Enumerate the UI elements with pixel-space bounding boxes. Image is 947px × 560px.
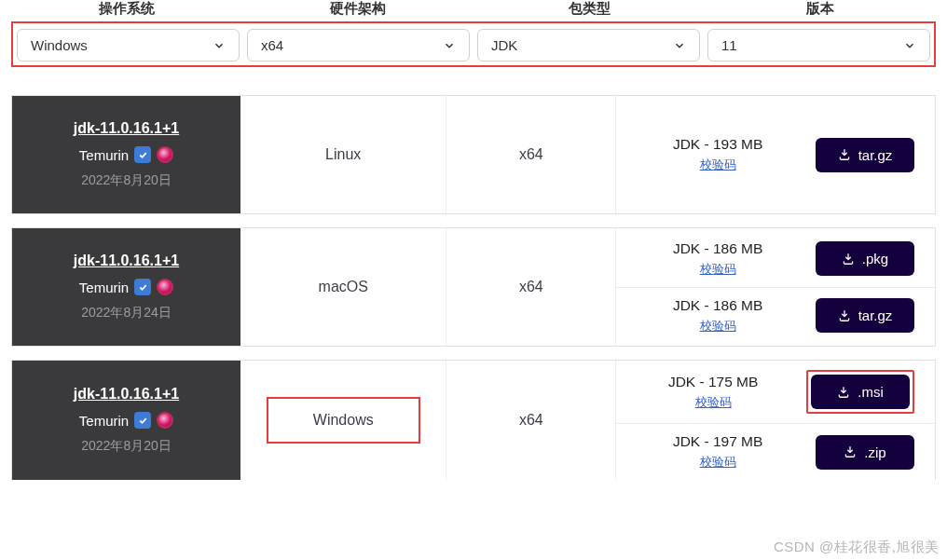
version-link[interactable]: jdk-11.0.16.1+1 (74, 253, 179, 269)
arch-select-value: x64 (261, 37, 283, 53)
checksum-link[interactable]: 校验码 (695, 394, 732, 411)
filter-label-os: 操作系统 (11, 0, 242, 21)
checksum-link[interactable]: 校验码 (700, 318, 736, 335)
release-date: 2022年8月24日 (81, 305, 172, 321)
table-row: jdk-11.0.16.1+1 Temurin 2022年8月24日 macOS… (11, 227, 936, 347)
download-icon (838, 309, 851, 322)
filter-label-pkg: 包类型 (474, 0, 705, 21)
os-cell: Windows (240, 361, 446, 480)
arch-cell: x64 (446, 96, 616, 213)
checksum-link[interactable]: 校验码 (700, 157, 736, 173)
version-select-value: 11 (721, 37, 737, 53)
verified-badge-icon (134, 412, 151, 429)
filters-highlight-box: Windows x64 JDK 11 (11, 21, 936, 67)
verified-badge-icon (134, 279, 151, 295)
vendor-name: Temurin (79, 280, 129, 295)
release-date: 2022年8月20日 (81, 172, 172, 189)
arch-cell: x64 (446, 228, 616, 346)
download-button[interactable]: tar.gz (816, 298, 914, 333)
table-row: jdk-11.0.16.1+1 Temurin 2022年8月20日 Windo… (11, 360, 936, 480)
os-select-value: Windows (31, 37, 88, 53)
downloads-cell: JDK - 193 MB 校验码 tar.gz (616, 96, 935, 213)
version-select[interactable]: 11 (707, 29, 930, 61)
download-icon (837, 386, 850, 399)
os-highlight-box: Windows (267, 397, 420, 444)
table-row: jdk-11.0.16.1+1 Temurin 2022年8月20日 Linux… (11, 95, 936, 214)
arch-cell: x64 (446, 361, 616, 480)
size-label: JDK - 197 MB (673, 433, 762, 450)
download-button[interactable]: .zip (816, 435, 914, 470)
download-icon (842, 253, 855, 266)
version-link[interactable]: jdk-11.0.16.1+1 (74, 120, 179, 137)
download-button[interactable]: .pkg (816, 241, 914, 276)
downloads-cell: JDK - 186 MB 校验码 .pkg JDK - 186 MB 校验码 t… (616, 228, 935, 346)
vendor-name: Temurin (79, 147, 129, 163)
chevron-down-icon (213, 39, 226, 52)
arch-select[interactable]: x64 (247, 29, 470, 61)
vendor-line: Temurin (79, 412, 173, 429)
download-icon (844, 445, 857, 458)
aqavit-badge-icon (157, 412, 173, 429)
release-info-cell: jdk-11.0.16.1+1 Temurin 2022年8月24日 (12, 228, 240, 346)
size-label: JDK - 186 MB (673, 297, 762, 314)
download-highlight-box: .msi (806, 370, 914, 414)
aqavit-badge-icon (157, 279, 173, 295)
downloads-cell: JDK - 175 MB 校验码 .msi JDK - 197 MB 校验码 .… (616, 361, 935, 480)
os-select[interactable]: Windows (17, 29, 240, 61)
download-button[interactable]: tar.gz (816, 138, 914, 172)
vendor-line: Temurin (79, 146, 173, 163)
chevron-down-icon (443, 39, 456, 52)
size-label: JDK - 186 MB (673, 240, 762, 257)
verified-badge-icon (134, 146, 151, 163)
aqavit-badge-icon (157, 146, 173, 163)
release-date: 2022年8月20日 (81, 438, 172, 455)
filter-label-arch: 硬件架构 (242, 0, 474, 21)
pkg-select-value: JDK (491, 37, 517, 53)
chevron-down-icon (903, 39, 916, 52)
release-info-cell: jdk-11.0.16.1+1 Temurin 2022年8月20日 (12, 361, 240, 480)
size-label: JDK - 193 MB (673, 136, 762, 153)
vendor-name: Temurin (79, 413, 129, 429)
pkg-select[interactable]: JDK (477, 29, 700, 61)
chevron-down-icon (673, 39, 686, 52)
os-cell: macOS (240, 228, 446, 346)
os-cell: Linux (240, 96, 446, 213)
download-icon (838, 148, 851, 161)
version-link[interactable]: jdk-11.0.16.1+1 (74, 386, 179, 403)
size-label: JDK - 175 MB (668, 374, 758, 390)
release-info-cell: jdk-11.0.16.1+1 Temurin 2022年8月20日 (12, 96, 240, 213)
vendor-line: Temurin (79, 279, 173, 295)
checksum-link[interactable]: 校验码 (700, 454, 736, 471)
filter-label-ver: 版本 (705, 0, 936, 21)
download-button[interactable]: .msi (811, 375, 910, 409)
checksum-link[interactable]: 校验码 (700, 261, 736, 278)
